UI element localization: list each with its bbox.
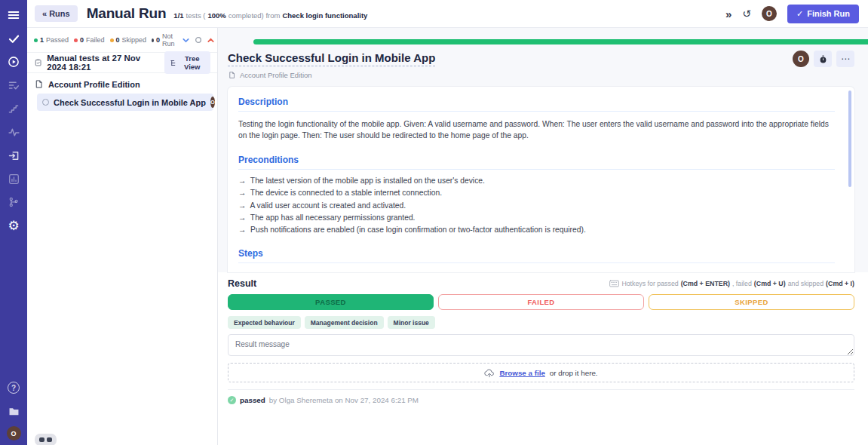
assignee-avatar: O — [210, 97, 215, 108]
tag-minor-issue[interactable]: Minor issue — [388, 316, 435, 329]
file-dropzone[interactable]: Browse a file or drop it here. — [228, 363, 854, 382]
result-message-input[interactable] — [228, 334, 854, 356]
topbar-actions: » ↺ O ✓ Finish Run — [725, 5, 859, 23]
verdict-buttons: PASSED FAILED SKIPPED — [228, 294, 854, 310]
stopwatch-button[interactable] — [814, 51, 832, 67]
test-detail-top: Check Successful Login in Mobile App O ⋯… — [218, 28, 868, 272]
result-panel: Result Hotkeys for passed(Cmd + ENTER) ,… — [218, 272, 868, 445]
percent-complete: 100% — [207, 11, 225, 20]
result-status-meta: by Olga Sheremeta on Nov 27, 2024 6:21 P… — [269, 396, 419, 404]
source-plan: Check login functionality — [282, 11, 367, 20]
skipped-button[interactable]: SKIPPED — [649, 294, 854, 310]
test-title[interactable]: Check Successful Login in Mobile App — [228, 51, 435, 66]
pulse-icon[interactable] — [5, 124, 22, 140]
keyboard-icon — [609, 280, 619, 287]
test-breadcrumb[interactable]: Account Profile Edition — [228, 71, 854, 79]
clipboard-check-icon — [34, 57, 42, 68]
caret-up-icon[interactable] — [207, 36, 215, 44]
sidebar-avatar[interactable]: O — [7, 426, 21, 440]
suite-name: Account Profile Edition — [48, 80, 140, 89]
menu-icon[interactable] — [5, 7, 22, 23]
run-stats-row: 1Passed 0Failed 0Skipped 0Not Run ⚑ — [27, 28, 217, 53]
description-text: Testing the login functionality of the m… — [238, 118, 835, 142]
stat-skipped: 0Skipped — [110, 36, 147, 44]
test-case-details-card: Description Testing the login functional… — [228, 87, 854, 272]
gear-icon[interactable]: ⚙ — [5, 217, 22, 234]
run-subtitle: 1/1 tests ( 100% completed) from Check l… — [173, 11, 367, 20]
steps-icon[interactable] — [5, 100, 22, 117]
finish-run-button[interactable]: ✓ Finish Run — [787, 5, 859, 23]
result-heading: Result — [228, 278, 256, 289]
folder-icon[interactable] — [5, 403, 22, 419]
branch-icon[interactable] — [5, 194, 22, 210]
result-status: passed — [240, 396, 265, 404]
widget-glyph — [47, 437, 52, 442]
page-title: Manual Run — [87, 5, 167, 22]
preconditions-heading: Preconditions — [238, 155, 835, 170]
help-icon[interactable]: ? — [5, 379, 22, 396]
precondition-item: Push notifications are enabled (in case … — [238, 226, 835, 235]
result-status-line: ✓ passed by Olga Sheremeta on Nov 27, 20… — [228, 389, 854, 404]
more-options-button[interactable]: ⋯ — [836, 51, 854, 67]
top-bar: « Runs Manual Run 1/1 tests ( 100% compl… — [27, 0, 868, 28]
history-icon[interactable]: ↺ — [742, 8, 751, 19]
run-header-row: Manual tests at 27 Nov 2024 18:21 Tree V… — [27, 53, 217, 73]
skipped-dot — [110, 38, 114, 42]
stat-failed: 0Failed — [74, 36, 105, 44]
list-check-icon[interactable] — [5, 77, 22, 94]
check-icon: ✓ — [796, 9, 803, 19]
quick-result-tags: Expected behaviour Management decision M… — [228, 316, 854, 329]
chevron-down-icon[interactable] — [182, 36, 190, 44]
steps-heading: Steps — [238, 248, 835, 263]
test-detail-panel: Check Successful Login in Mobile App O ⋯… — [218, 28, 868, 445]
passed-check-icon: ✓ — [228, 396, 236, 404]
upload-cloud-icon — [484, 368, 495, 378]
play-circle-icon[interactable] — [5, 54, 22, 70]
widget-glyph — [39, 437, 44, 442]
fast-forward-icon[interactable]: » — [725, 8, 732, 20]
bar-chart-icon[interactable] — [5, 170, 22, 187]
tree-view-button[interactable]: Tree View — [164, 51, 210, 74]
circle-filter-icon[interactable] — [195, 36, 202, 44]
app-body: « Runs Manual Run 1/1 tests ( 100% compl… — [27, 0, 868, 445]
back-to-runs-button[interactable]: « Runs — [35, 5, 78, 22]
sign-in-icon[interactable] — [5, 147, 22, 164]
status-ring-icon — [42, 99, 49, 106]
card-scrollbar[interactable] — [848, 91, 851, 187]
check-icon[interactable] — [5, 30, 22, 47]
run-tree-panel: 1Passed 0Failed 0Skipped 0Not Run ⚑ Manu… — [27, 28, 218, 445]
browse-file-link[interactable]: Browse a file — [499, 369, 544, 377]
precondition-item: A valid user account is created and acti… — [238, 201, 835, 211]
precondition-item: The app has all necessary permissions gr… — [238, 213, 835, 223]
stat-notrun: 0Not Run — [152, 32, 176, 48]
test-case-row[interactable]: Check Successful Login in Mobile App O ✓ — [37, 94, 213, 111]
description-heading: Description — [238, 97, 835, 112]
suite-row[interactable]: Account Profile Edition — [27, 73, 217, 93]
notrun-dot — [152, 38, 154, 42]
run-name: Manual tests at 27 Nov 2024 18:21 — [47, 54, 159, 72]
stat-passed: 1Passed — [34, 36, 69, 44]
passed-button[interactable]: PASSED — [228, 294, 434, 310]
precondition-item: The latest version of the mobile app is … — [238, 176, 835, 186]
tag-expected-behaviour[interactable]: Expected behaviour — [228, 316, 301, 329]
document-icon — [228, 71, 236, 79]
tag-management-decision[interactable]: Management decision — [305, 316, 384, 329]
tests-count: 1/1 — [173, 11, 183, 20]
run-progress-bar — [253, 39, 868, 44]
assignee-avatar[interactable]: O — [793, 51, 809, 67]
passed-dot — [34, 38, 38, 42]
test-title-actions: O ⋯ — [793, 51, 854, 67]
precondition-item: The device is connected to a stable inte… — [238, 189, 835, 198]
failed-dot — [74, 38, 78, 42]
bottom-left-widget[interactable] — [35, 434, 57, 445]
failed-button[interactable]: FAILED — [438, 294, 644, 310]
app-sidebar: ⚙ ? O — [0, 0, 27, 445]
tree-icon — [170, 59, 176, 67]
document-icon — [34, 79, 44, 89]
user-avatar[interactable]: O — [762, 6, 777, 21]
hotkeys-hint: Hotkeys for passed(Cmd + ENTER) , failed… — [609, 280, 854, 287]
test-case-name: Check Successful Login in Mobile App — [54, 98, 206, 107]
